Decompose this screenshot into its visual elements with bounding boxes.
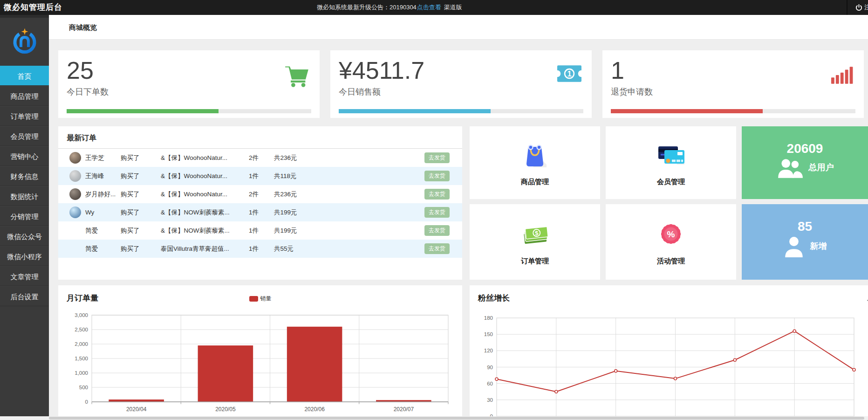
orders-list: 王学芝购买了&【保】WoohooNatur...2件共236元去发货王海峰购买了… — [58, 149, 462, 258]
quick-tiles-row-2: $订单管理%活动管理85新增 — [470, 204, 868, 280]
ship-order-button[interactable]: 去发货 — [424, 243, 450, 254]
orders-panel: 最新订单 王学芝购买了&【保】WoohooNatur...2件共236元去发货王… — [58, 126, 462, 280]
tile-label: 会员管理 — [657, 178, 685, 186]
product-name: &【保】NOW刺蒺藜素... — [161, 208, 248, 217]
order-row-2: 王海峰购买了&【保】WoohooNatur...1件共118元去发货 — [58, 167, 462, 185]
ship-order-button[interactable]: 去发货 — [424, 225, 450, 236]
ship-order-button[interactable]: 去发货 — [424, 207, 450, 218]
bar-chart: 05001,0001,5002,0002,5003,0002020/042020… — [63, 311, 457, 420]
sidebar-item-7[interactable]: 数据统计 — [0, 186, 49, 206]
svg-text:3,000: 3,000 — [75, 312, 88, 318]
line-chart-title: 粉丝增长 — [478, 293, 510, 303]
sidebar-item-6[interactable]: 财务信息 — [0, 166, 49, 186]
avatar — [69, 243, 81, 255]
sidebar-item-3[interactable]: 订单管理 — [0, 106, 49, 126]
stat-card-1: 25今日下单数 — [58, 50, 320, 118]
stat-progress-track — [611, 109, 855, 113]
order-quantity: 1件 — [249, 172, 274, 180]
product-name: &【保】WoohooNatur... — [161, 154, 248, 162]
summary-block-2: 85新增 — [742, 204, 868, 280]
notice-channel-label: 渠道版 — [444, 4, 462, 11]
summary-value: 20609 — [787, 141, 823, 156]
bar-chart-legend[interactable]: 销量 — [249, 295, 272, 303]
svg-text:2,000: 2,000 — [75, 341, 88, 347]
sidebar-item-11[interactable]: 文章管理 — [0, 266, 49, 286]
sidebar: 首页商品管理订单管理会员管理营销中心财务信息数据统计分销管理微信公众号微信小程序… — [0, 15, 49, 420]
scrollbar-thumb[interactable] — [49, 417, 864, 420]
order-action-text: 购买了 — [121, 190, 161, 199]
order-total: 共236元 — [274, 190, 324, 199]
quick-tile-4[interactable]: %活动管理 — [606, 204, 736, 280]
power-icon — [855, 4, 862, 11]
stat-label: 今日下单数 — [67, 86, 311, 97]
order-action-text: 购买了 — [121, 172, 161, 180]
horizontal-scrollbar[interactable] — [0, 416, 868, 420]
buyer-name: 王学芝 — [85, 154, 121, 162]
sidebar-item-12[interactable]: 后台设置 — [0, 286, 49, 306]
discount-badge-icon: % — [656, 219, 686, 251]
avatar — [69, 152, 81, 164]
bar-chart-panel: 月订单量 销量 05001,0001,5002,0002,5003,000202… — [58, 285, 462, 420]
quick-tile-1[interactable]: 商品管理 — [470, 126, 600, 199]
order-quantity: 2件 — [249, 190, 274, 199]
page-title[interactable]: 商城概览 — [69, 15, 97, 40]
notice-text: 微必知系统最新升级公告：20190304 — [317, 4, 417, 11]
sidebar-item-2[interactable]: 商品管理 — [0, 86, 49, 106]
order-action-text: 购买了 — [121, 154, 161, 162]
stat-value: ¥4511.7 — [339, 58, 583, 83]
tile-label: 商品管理 — [521, 178, 549, 186]
system-notice: 微必知系统最新升级公告：20190304点击查看渠道版 — [317, 0, 462, 15]
quick-tile-2[interactable]: 会员管理 — [606, 126, 736, 199]
order-total: 共55元 — [274, 245, 324, 253]
stat-progress-fill — [339, 109, 491, 113]
logo-area — [0, 15, 49, 66]
content-header: 商城概览 — [49, 15, 868, 40]
order-action-text: 购买了 — [121, 245, 161, 253]
sidebar-item-10[interactable]: 微信小程序 — [0, 246, 49, 266]
users-icon — [776, 158, 803, 181]
avatar — [69, 207, 81, 218]
product-name: &【保】WoohooNatur... — [161, 172, 248, 180]
sidebar-item-4[interactable]: 会员管理 — [0, 126, 49, 146]
banknote-icon: 1 — [557, 65, 581, 84]
stat-cards-row: 25今日下单数¥4511.7今日销售额11退货申请数 — [58, 50, 864, 118]
sidebar-item-9[interactable]: 微信公众号 — [0, 226, 49, 246]
svg-text:2020/07: 2020/07 — [394, 406, 414, 413]
svg-text:1,000: 1,000 — [75, 370, 88, 376]
avatar — [69, 188, 81, 200]
buyer-name: 简爱 — [85, 245, 121, 253]
ship-order-button[interactable]: 去发货 — [424, 152, 450, 163]
svg-text:150: 150 — [484, 331, 493, 337]
order-total: 共199元 — [274, 208, 324, 217]
order-row-5: 简爱购买了&【保】NOW刺蒺藜素...1件共199元去发货 — [58, 221, 462, 240]
stat-value: 25 — [67, 58, 311, 83]
bar-chart-icon — [831, 65, 854, 86]
ship-order-button[interactable]: 去发货 — [424, 171, 450, 181]
order-action-text: 购买了 — [121, 208, 161, 217]
logout-button[interactable]: 注销 — [847, 0, 868, 15]
order-row-3: 岁月静好...购买了&【保】WoohooNatur...2件共236元去发货 — [58, 185, 462, 203]
notice-view-link[interactable]: 点击查看 — [417, 4, 441, 11]
svg-text:1: 1 — [567, 69, 571, 78]
line-chart: 0306090120150180 — [474, 312, 863, 420]
top-bar: 微必知管理后台 微必知系统最新升级公告：20190304点击查看渠道版 注销 — [0, 0, 868, 15]
brand-logo-icon — [11, 28, 38, 56]
orders-title: 最新订单 — [58, 126, 462, 149]
app-title: 微必知管理后台 — [4, 0, 62, 15]
line-chart-panel: 粉丝增长 0306090120150180 — [470, 285, 868, 420]
stat-card-3: 1退货申请数 — [602, 50, 864, 118]
stat-progress-track — [67, 109, 311, 113]
ship-order-button[interactable]: 去发货 — [424, 189, 450, 200]
summary-row: 总用户 — [776, 158, 834, 181]
order-quantity: 1件 — [249, 245, 274, 253]
order-total: 共199元 — [274, 227, 324, 235]
sidebar-item-1[interactable]: 首页 — [0, 66, 49, 86]
quick-tile-3[interactable]: $订单管理 — [470, 204, 600, 280]
stat-progress-track — [339, 109, 583, 113]
tile-label: 订单管理 — [521, 257, 549, 266]
order-action-text: 购买了 — [121, 227, 161, 235]
sidebar-item-5[interactable]: 营销中心 — [0, 146, 49, 166]
avatar — [69, 225, 81, 236]
sidebar-item-8[interactable]: 分销管理 — [0, 206, 49, 226]
stat-label: 今日销售额 — [339, 86, 583, 97]
